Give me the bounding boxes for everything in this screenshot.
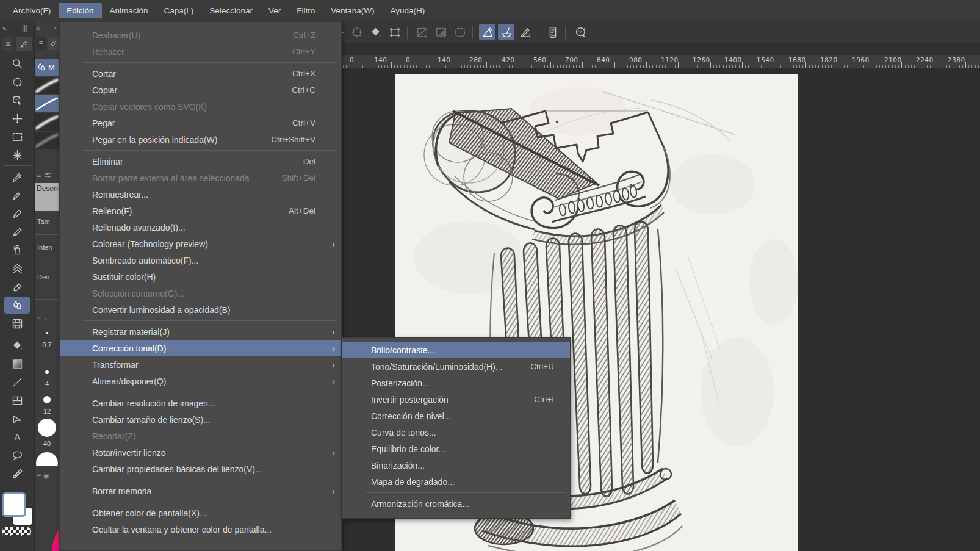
collapse-panel-icon[interactable]: « [2, 24, 7, 32]
tool-property-menu-icon[interactable]: ≡ [37, 172, 41, 181]
edit-menu-item-copiar[interactable]: CopiarCtrl+C [60, 82, 341, 98]
blend-tool-icon[interactable] [4, 297, 30, 314]
edit-menu-item-rotar-invertir-lienzo[interactable]: Rotar/invertir lienzo› [60, 444, 341, 461]
rotate-canvas-tool-icon[interactable] [4, 73, 30, 90]
sub-tool-brush-thumbnail[interactable] [35, 132, 59, 149]
zoom-tool-icon[interactable] [4, 55, 30, 72]
eraser-tool-icon[interactable] [4, 278, 30, 295]
pencil-tool-icon[interactable] [4, 223, 30, 240]
edit-menu-item-copiar-vectores-como-svg-k[interactable]: Copiar vectores como SVG(K) [60, 98, 341, 115]
edit-menu-item-cortar[interactable]: CortarCtrl+X [60, 65, 341, 82]
help-icon[interactable]: ? [572, 24, 588, 40]
menu-ventana-w[interactable]: Ventana(W) [323, 3, 382, 18]
selection-area-tool-icon[interactable] [4, 128, 30, 145]
edit-menu-item-rehacer[interactable]: RehacerCtrl+Y [60, 43, 341, 60]
color-wheel[interactable] [52, 508, 59, 551]
snap-to-grid-icon[interactable] [517, 24, 533, 40]
frame-border-tool-icon[interactable] [4, 392, 30, 409]
brush-size-value[interactable]: 0.7 [35, 341, 59, 348]
brush-size-dot[interactable] [46, 332, 48, 334]
sliders-icon[interactable] [43, 171, 52, 182]
brush-size-dot[interactable] [38, 419, 56, 437]
brush-size-value[interactable]: 12 [35, 408, 59, 415]
companion-mode-icon[interactable] [544, 24, 561, 40]
selection-launcher-fill-icon[interactable] [433, 24, 449, 40]
tonal-submenu-item-binarizacion[interactable]: Binarización... [342, 457, 570, 474]
chevron-left-icon[interactable]: ‹ [54, 24, 57, 32]
tonal-submenu-item-mapa-de-degradado[interactable]: Mapa de degradado... [342, 474, 570, 490]
brush-size-dot[interactable] [43, 396, 51, 403]
tonal-submenu-item-invertir-postergacion[interactable]: Invertir postergaciónCtrl+I [342, 391, 570, 408]
edit-menu-item-recortar-z[interactable]: Recortar(Z) [60, 428, 341, 444]
edit-menu-item-correccion-tonal-d[interactable]: Corrección tonal(D)› [60, 340, 341, 356]
fill-tool-icon[interactable] [4, 337, 30, 354]
marker-tool-icon[interactable] [4, 205, 30, 222]
edit-menu-item-rellenado-avanzado-i[interactable]: Rellenado avanzado(I)... [60, 219, 341, 236]
tool-palette-tab-pencil-icon[interactable] [16, 37, 32, 51]
edit-menu-item-ocultar-la-ventana-y-obtener-color-de-pa[interactable]: Ocultar la ventana y obtener color de pa… [60, 521, 341, 538]
brush-size-icon[interactable]: ◔ [43, 315, 47, 322]
menu-animacion[interactable]: Animación [102, 3, 156, 18]
eyedropper-tool-icon[interactable] [4, 168, 30, 185]
sub-tool-menu-icon[interactable]: ≡ [36, 37, 46, 50]
edit-menu-item-remuestrear[interactable]: Remuestrear... [60, 186, 341, 203]
brush-size-menu-icon[interactable]: ≡ [37, 314, 41, 323]
gradient-tool-icon[interactable] [4, 355, 30, 372]
edit-menu-item-cambiar-resolucion-de-imagen[interactable]: Cambiar resolución de imagen... [60, 395, 341, 411]
edit-menu-item-registrar-material-j[interactable]: Registrar material(J)› [60, 323, 341, 340]
edit-menu-item-transformar[interactable]: Transformar› [60, 356, 341, 373]
menu-archivo-f[interactable]: Archivo(F) [5, 3, 59, 18]
edit-menu-item-cambiar-tamano-de-lienzo-s[interactable]: Cambiar tamaño de lienzo(S)... [60, 411, 341, 428]
selection-launcher-line-icon[interactable] [414, 24, 430, 40]
snap-to-ruler-icon[interactable] [479, 24, 495, 40]
transparent-color-button[interactable] [2, 527, 31, 536]
edit-menu-item-convertir-luminosidad-a-opacidad-b[interactable]: Convertir luminosidad a opacidad(B) [60, 301, 341, 318]
sub-tool-item-blend-selected[interactable]: M [35, 59, 59, 76]
sub-tool-tab-brush-icon[interactable] [48, 37, 59, 50]
edit-menu-item-obtener-color-de-pantalla-x[interactable]: Obtener color de pantalla(X)... [60, 505, 341, 521]
airbrush-tool-icon[interactable] [4, 242, 30, 259]
tonal-submenu-item-curva-de-tonos[interactable]: Curva de tonos... [342, 424, 570, 441]
selection-launcher-round-icon[interactable] [452, 24, 468, 40]
edit-menu-item-borrar-memoria[interactable]: Borrar memoria› [60, 483, 341, 499]
edit-menu-item-eliminar[interactable]: EliminarDel [60, 153, 341, 170]
operation-tool-icon[interactable] [4, 92, 30, 109]
sub-tool-brush-thumbnail[interactable] [35, 113, 59, 131]
menu-edicion[interactable]: Edición [59, 3, 101, 18]
polyline-tool-icon[interactable] [4, 410, 30, 427]
pen-tool-icon[interactable] [4, 187, 30, 204]
sub-tool-brush-thumbnail[interactable] [35, 95, 59, 112]
brush-size-dot[interactable] [45, 370, 49, 374]
tonal-submenu-item-tono-saturacion-luminosidad-h[interactable]: Tono/Saturación/Luminosidad(H)...Ctrl+U [342, 358, 570, 375]
sub-tool-preview-tile[interactable]: Desenf [35, 183, 59, 211]
edit-menu-item-deshacer-u[interactable]: Deshacer(U)Ctrl+Z [60, 27, 341, 43]
color-wheel-tab-icon[interactable]: ◉ [43, 472, 49, 480]
edit-menu-item-seleccion-contorno-g[interactable]: Selección contorno(G)... [60, 285, 341, 301]
balloon-tool-icon[interactable] [4, 447, 30, 464]
collapse-subpanel-icon[interactable]: « [36, 24, 40, 32]
edit-menu-item-sustituir-color-h[interactable]: Sustituir color(H) [60, 268, 341, 285]
transform-selection-icon[interactable] [386, 24, 403, 40]
fill-selection-icon[interactable] [367, 24, 384, 40]
decoration-tool-icon[interactable] [4, 260, 30, 277]
brush-size-value[interactable]: 4 [35, 380, 59, 387]
edit-menu-item-colorear-technology-preview[interactable]: Colorear (Technology preview)› [60, 236, 341, 252]
tonal-submenu-item-armonizacion-cromatica[interactable]: Armonización cromática... [342, 495, 570, 512]
edit-menu-item-cambiar-propiedades-basicas-del-lienzo-v[interactable]: Cambiar propiedades básicas del lienzo(V… [60, 461, 341, 477]
edit-menu-item-pegar[interactable]: PegarCtrl+V [60, 115, 341, 131]
panel-drag-handle-icon[interactable]: ||| [22, 24, 27, 32]
edit-menu-item-alinear-disponer-q[interactable]: Alinear/disponer(Q)› [60, 373, 341, 389]
tool-palette-menu-icon[interactable]: ≡ [2, 37, 13, 51]
color-wheel-menu-icon[interactable]: ≡ [37, 471, 41, 480]
menu-seleccionar[interactable]: Seleccionar [201, 3, 261, 18]
foreground-color-swatch[interactable] [2, 492, 26, 517]
figure-tool-icon[interactable] [4, 373, 30, 391]
tonal-submenu-item-correccion-de-nivel[interactable]: Corrección de nivel... [342, 408, 570, 424]
menu-ayuda-h[interactable]: Ayuda(H) [382, 3, 433, 18]
edit-menu-item-borrar-parte-externa-al-area-seleccionad[interactable]: Borrar parte externa al área seleccionad… [60, 170, 341, 186]
tonal-submenu-item-equilibrio-de-color[interactable]: Equilibrio de color... [342, 441, 570, 457]
menu-capa-l[interactable]: Capa(L) [156, 3, 202, 18]
tonal-submenu-item-posterizacion[interactable]: Posterización... [342, 375, 570, 391]
menu-filtro[interactable]: Filtro [289, 3, 323, 18]
deselect-icon[interactable] [348, 24, 365, 40]
